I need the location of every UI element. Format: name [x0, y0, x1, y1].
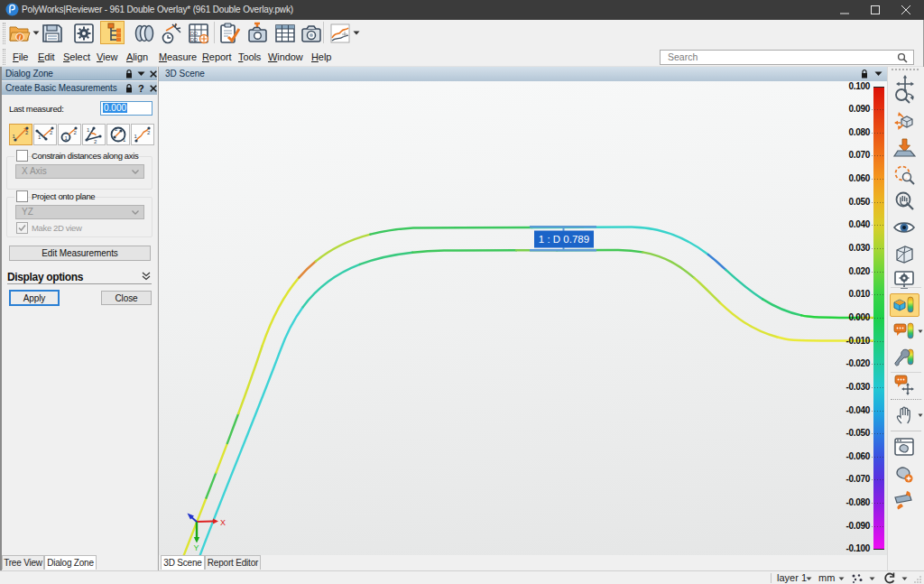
- svg-text:DD: DD: [190, 31, 198, 36]
- svg-text:2: 2: [74, 130, 78, 135]
- svg-text:2: 2: [50, 130, 53, 135]
- svg-text:DD: DD: [190, 37, 198, 42]
- svg-text:1: 1: [123, 137, 126, 143]
- svg-text:1: 1: [87, 127, 90, 133]
- svg-text:Y: Y: [194, 543, 199, 552]
- svg-text:1: 1: [65, 135, 69, 141]
- svg-text:1 : D 0.789: 1 : D 0.789: [539, 234, 589, 245]
- svg-text:X: X: [220, 518, 226, 527]
- svg-text:2: 2: [147, 130, 151, 135]
- svg-text:2: 2: [25, 130, 29, 135]
- svg-text:1: 1: [13, 134, 16, 139]
- svg-text:2: 2: [94, 139, 97, 144]
- svg-text:1: 1: [134, 134, 138, 139]
